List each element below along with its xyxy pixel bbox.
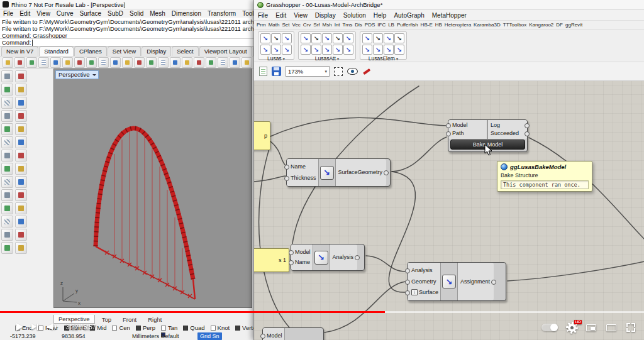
component-input[interactable]: Geometry <box>411 278 438 286</box>
analysis-tools-icon[interactable] <box>1 242 13 254</box>
select-icon[interactable] <box>1 70 13 82</box>
category-tab[interactable]: Pufferfish <box>397 22 418 28</box>
element-surface-icon[interactable] <box>394 45 404 55</box>
explode-icon[interactable] <box>1 123 13 135</box>
osnap-checkbox[interactable] <box>136 326 141 331</box>
category-tab[interactable]: Math <box>269 22 280 28</box>
boolean-union-icon[interactable] <box>1 216 13 228</box>
component-output[interactable]: SurfaceGeometry <box>338 168 383 177</box>
component-output[interactable]: Log <box>491 121 523 129</box>
element-shell-icon[interactable] <box>373 33 383 43</box>
properties-panel-icon[interactable] <box>194 57 204 68</box>
viewport-tab[interactable]: Right <box>143 315 166 324</box>
lusas-model-icon[interactable] <box>260 33 270 43</box>
category-tab[interactable]: LB <box>388 22 394 28</box>
grasshopper-menu-item[interactable]: Display <box>311 12 340 19</box>
sweep-icon[interactable] <box>1 202 13 214</box>
undo-icon[interactable] <box>86 57 97 68</box>
video-progress-bar[interactable] <box>0 311 644 313</box>
save-document-icon[interactable] <box>272 67 281 76</box>
category-tab[interactable]: Kangaroo2 <box>529 22 553 28</box>
wire[interactable] <box>508 261 644 281</box>
play-icon[interactable] <box>16 323 23 331</box>
attribute-search-icon[interactable] <box>343 45 353 55</box>
category-tab[interactable]: HB <box>435 22 442 28</box>
record-history-icon[interactable] <box>230 57 240 68</box>
chamfer-icon[interactable] <box>15 136 27 148</box>
pan-view-icon[interactable] <box>110 57 121 68</box>
wireframe-view-icon[interactable] <box>170 57 180 68</box>
rhino-menu-item[interactable]: Solid <box>126 10 147 17</box>
grasshopper-menu-item[interactable]: Solution <box>340 12 370 19</box>
layer-panel-icon[interactable] <box>182 57 192 68</box>
analysis-component[interactable]: Model Name Analysis <box>291 244 365 271</box>
component-input[interactable]: Model <box>267 332 282 340</box>
osnap-toggle[interactable]: Knot <box>211 324 230 331</box>
attribute-loading-icon[interactable] <box>333 33 343 43</box>
component-input[interactable]: Name <box>291 163 316 171</box>
element-solid-icon[interactable] <box>373 45 383 55</box>
wire[interactable] <box>325 282 406 332</box>
array-icon[interactable] <box>1 150 13 162</box>
category-tab[interactable]: Msh <box>323 22 332 28</box>
partial-model-component[interactable]: Model <box>262 327 324 340</box>
attribute-mesh-surface-icon[interactable] <box>311 45 321 55</box>
surface-from-curves-icon[interactable] <box>15 176 27 188</box>
display-panel-icon[interactable] <box>206 57 216 68</box>
rotate-view-icon[interactable] <box>146 57 157 68</box>
category-tab[interactable]: Srf <box>313 22 319 28</box>
save-icon[interactable] <box>26 57 37 68</box>
category-tab[interactable]: DF <box>556 22 563 28</box>
wire[interactable] <box>366 256 406 271</box>
theater-mode-icon[interactable] <box>606 324 616 331</box>
osnap-toggle[interactable]: Quad <box>183 324 204 331</box>
category-tab[interactable]: Dis <box>355 22 362 28</box>
category-tab[interactable]: HB-E <box>421 22 433 28</box>
osnap-checkbox[interactable] <box>161 326 166 331</box>
lusas-import-icon[interactable] <box>271 33 281 43</box>
rhino-menu-item[interactable]: Edit <box>16 10 33 17</box>
category-tab[interactable]: Trns <box>343 22 353 28</box>
attribute-mesh-line-icon[interactable] <box>311 33 321 43</box>
new-document-icon[interactable] <box>259 67 267 76</box>
category-tab[interactable]: TTToolbox <box>503 22 526 28</box>
component-input[interactable]: Name <box>295 258 311 266</box>
revolve-icon[interactable] <box>15 189 27 201</box>
element-joint-icon[interactable] <box>384 33 394 43</box>
attribute-group-icon[interactable] <box>343 33 353 43</box>
rhino-toolbar-tab[interactable]: CPlanes <box>74 47 107 56</box>
osnap-checkbox[interactable] <box>235 326 240 331</box>
component-input[interactable]: Path <box>452 129 485 138</box>
paste-icon[interactable] <box>74 57 85 68</box>
viewport-tab[interactable]: Top <box>97 315 116 324</box>
extrude-icon[interactable] <box>1 189 13 201</box>
grasshopper-menu-item[interactable]: Help <box>370 12 391 19</box>
copy-icon[interactable] <box>62 57 73 68</box>
attribute-thickness-icon[interactable] <box>333 45 343 55</box>
category-tab[interactable]: ggRevit <box>565 22 582 28</box>
rhino-viewport[interactable]: Perspective <box>53 69 252 308</box>
element-beam-icon[interactable] <box>362 45 372 55</box>
preview-eye-icon[interactable] <box>347 68 358 75</box>
assignment-component[interactable]: Analysis Geometry Surface Assignment <box>407 262 506 301</box>
miniplayer-icon[interactable] <box>586 324 596 331</box>
zoom-level-dropdown[interactable]: 173% ▾ <box>286 66 330 77</box>
rhino-menu-item[interactable]: Transform <box>204 10 239 17</box>
palette-group-label[interactable]: LusasAtt <box>301 55 353 62</box>
element-line-icon[interactable] <box>394 33 404 43</box>
viewport-tab[interactable]: Front <box>118 315 141 324</box>
rhino-menu-item[interactable]: Curve <box>53 10 77 17</box>
join-icon[interactable] <box>15 110 27 122</box>
print-icon[interactable] <box>38 57 49 68</box>
wire[interactable] <box>254 176 286 182</box>
category-tab[interactable]: Heteroptera <box>445 22 471 28</box>
freeform-curve-icon[interactable] <box>1 176 13 188</box>
component-input[interactable]: Model <box>452 121 485 129</box>
component-input[interactable]: Thickness <box>291 174 316 182</box>
lusas-solve-icon[interactable] <box>260 45 270 55</box>
category-tab[interactable]: Int <box>335 22 340 28</box>
grid-snap-toggle[interactable]: Grid Sn <box>197 332 222 340</box>
scale-icon[interactable] <box>15 84 27 96</box>
rhino-menu-item[interactable]: View <box>33 10 53 17</box>
surface-geometry-component[interactable]: Name Thickness SurfaceGeometry <box>286 158 391 187</box>
